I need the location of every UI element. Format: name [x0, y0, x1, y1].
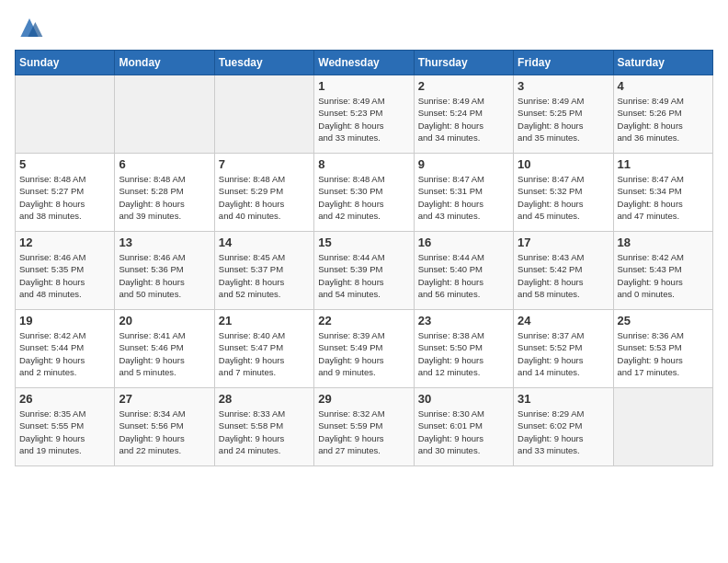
- day-info: Sunrise: 8:47 AM Sunset: 5:32 PM Dayligh…: [518, 173, 609, 222]
- day-info: Sunrise: 8:39 AM Sunset: 5:49 PM Dayligh…: [318, 329, 409, 378]
- day-info: Sunrise: 8:29 AM Sunset: 6:02 PM Dayligh…: [518, 408, 609, 456]
- calendar-cell: 14Sunrise: 8:45 AM Sunset: 5:37 PM Dayli…: [214, 232, 313, 310]
- day-info: Sunrise: 8:36 AM Sunset: 5:53 PM Dayligh…: [618, 329, 709, 378]
- day-number: 20: [119, 314, 210, 327]
- calendar-cell: 19Sunrise: 8:42 AM Sunset: 5:44 PM Dayli…: [16, 310, 115, 388]
- calendar-cell: 7Sunrise: 8:48 AM Sunset: 5:29 PM Daylig…: [214, 154, 313, 232]
- day-info: Sunrise: 8:46 AM Sunset: 5:35 PM Dayligh…: [19, 251, 110, 300]
- header-day-sunday: Sunday: [16, 51, 115, 75]
- day-number: 10: [518, 157, 609, 171]
- calendar-cell: 13Sunrise: 8:46 AM Sunset: 5:36 PM Dayli…: [115, 232, 214, 310]
- day-number: 31: [518, 392, 609, 406]
- day-info: Sunrise: 8:48 AM Sunset: 5:27 PM Dayligh…: [19, 173, 110, 222]
- day-info: Sunrise: 8:32 AM Sunset: 5:59 PM Dayligh…: [318, 408, 409, 456]
- day-number: 25: [618, 314, 709, 327]
- calendar-cell: 30Sunrise: 8:30 AM Sunset: 6:01 PM Dayli…: [414, 388, 513, 466]
- day-number: 3: [518, 79, 609, 93]
- calendar-cell: 21Sunrise: 8:40 AM Sunset: 5:47 PM Dayli…: [214, 310, 313, 388]
- header-day-wednesday: Wednesday: [314, 51, 414, 75]
- day-info: Sunrise: 8:41 AM Sunset: 5:46 PM Dayligh…: [119, 329, 210, 378]
- day-info: Sunrise: 8:47 AM Sunset: 5:31 PM Dayligh…: [418, 173, 509, 222]
- day-number: 8: [318, 157, 409, 171]
- calendar-cell: 23Sunrise: 8:38 AM Sunset: 5:50 PM Dayli…: [414, 310, 513, 388]
- day-info: Sunrise: 8:42 AM Sunset: 5:44 PM Dayligh…: [19, 329, 110, 378]
- calendar-header-row: SundayMondayTuesdayWednesdayThursdayFrid…: [16, 51, 713, 75]
- header-day-monday: Monday: [115, 51, 214, 75]
- day-number: 30: [418, 392, 509, 406]
- day-number: 17: [518, 236, 609, 249]
- day-info: Sunrise: 8:35 AM Sunset: 5:55 PM Dayligh…: [19, 408, 110, 456]
- day-number: 26: [19, 392, 110, 406]
- day-number: 23: [418, 314, 509, 327]
- day-info: Sunrise: 8:45 AM Sunset: 5:37 PM Dayligh…: [219, 251, 310, 300]
- day-info: Sunrise: 8:48 AM Sunset: 5:28 PM Dayligh…: [119, 173, 210, 222]
- day-number: 24: [518, 314, 609, 327]
- calendar-cell: 27Sunrise: 8:34 AM Sunset: 5:56 PM Dayli…: [115, 388, 214, 466]
- day-info: Sunrise: 8:49 AM Sunset: 5:24 PM Dayligh…: [418, 95, 509, 144]
- day-info: Sunrise: 8:48 AM Sunset: 5:30 PM Dayligh…: [318, 173, 409, 222]
- calendar-cell: [613, 388, 712, 466]
- day-number: 18: [618, 236, 709, 249]
- calendar-cell: 20Sunrise: 8:41 AM Sunset: 5:46 PM Dayli…: [115, 310, 214, 388]
- day-number: 2: [418, 79, 509, 93]
- day-info: Sunrise: 8:46 AM Sunset: 5:36 PM Dayligh…: [119, 251, 210, 300]
- calendar-cell: 1Sunrise: 8:49 AM Sunset: 5:23 PM Daylig…: [314, 75, 414, 154]
- day-info: Sunrise: 8:33 AM Sunset: 5:58 PM Dayligh…: [219, 408, 310, 456]
- day-number: 13: [119, 236, 210, 249]
- calendar-cell: 2Sunrise: 8:49 AM Sunset: 5:24 PM Daylig…: [414, 75, 513, 154]
- day-info: Sunrise: 8:42 AM Sunset: 5:43 PM Dayligh…: [618, 251, 709, 300]
- header-day-friday: Friday: [514, 51, 613, 75]
- calendar-cell: 15Sunrise: 8:44 AM Sunset: 5:39 PM Dayli…: [314, 232, 414, 310]
- page-header: [15, 15, 713, 40]
- calendar-cell: 29Sunrise: 8:32 AM Sunset: 5:59 PM Dayli…: [314, 388, 414, 466]
- calendar-cell: 8Sunrise: 8:48 AM Sunset: 5:30 PM Daylig…: [314, 154, 414, 232]
- day-info: Sunrise: 8:40 AM Sunset: 5:47 PM Dayligh…: [219, 329, 310, 378]
- calendar-body: 1Sunrise: 8:49 AM Sunset: 5:23 PM Daylig…: [16, 75, 713, 466]
- day-info: Sunrise: 8:44 AM Sunset: 5:39 PM Dayligh…: [318, 251, 409, 300]
- logo: [15, 15, 48, 40]
- day-number: 22: [318, 314, 409, 327]
- day-number: 9: [418, 157, 509, 171]
- calendar-cell: 22Sunrise: 8:39 AM Sunset: 5:49 PM Dayli…: [314, 310, 414, 388]
- day-number: 19: [19, 314, 110, 327]
- day-number: 5: [19, 157, 110, 171]
- day-info: Sunrise: 8:47 AM Sunset: 5:34 PM Dayligh…: [618, 173, 709, 222]
- day-info: Sunrise: 8:30 AM Sunset: 6:01 PM Dayligh…: [418, 408, 509, 456]
- day-number: 4: [618, 79, 709, 93]
- calendar-cell: 11Sunrise: 8:47 AM Sunset: 5:34 PM Dayli…: [613, 154, 712, 232]
- day-number: 27: [119, 392, 210, 406]
- day-number: 11: [618, 157, 709, 171]
- day-info: Sunrise: 8:49 AM Sunset: 5:23 PM Dayligh…: [318, 95, 409, 144]
- day-number: 12: [19, 236, 110, 249]
- calendar-cell: 9Sunrise: 8:47 AM Sunset: 5:31 PM Daylig…: [414, 154, 513, 232]
- header-day-tuesday: Tuesday: [214, 51, 313, 75]
- calendar-cell: 10Sunrise: 8:47 AM Sunset: 5:32 PM Dayli…: [514, 154, 613, 232]
- calendar-week-1: 1Sunrise: 8:49 AM Sunset: 5:23 PM Daylig…: [16, 75, 713, 154]
- calendar-cell: 3Sunrise: 8:49 AM Sunset: 5:25 PM Daylig…: [514, 75, 613, 154]
- day-info: Sunrise: 8:44 AM Sunset: 5:40 PM Dayligh…: [418, 251, 509, 300]
- calendar-cell: [115, 75, 214, 154]
- calendar-table: SundayMondayTuesdayWednesdayThursdayFrid…: [15, 50, 713, 466]
- day-number: 29: [318, 392, 409, 406]
- day-info: Sunrise: 8:49 AM Sunset: 5:26 PM Dayligh…: [618, 95, 709, 144]
- day-info: Sunrise: 8:37 AM Sunset: 5:52 PM Dayligh…: [518, 329, 609, 378]
- calendar-cell: 28Sunrise: 8:33 AM Sunset: 5:58 PM Dayli…: [214, 388, 313, 466]
- calendar-cell: 24Sunrise: 8:37 AM Sunset: 5:52 PM Dayli…: [514, 310, 613, 388]
- header-day-saturday: Saturday: [613, 51, 712, 75]
- calendar-cell: 31Sunrise: 8:29 AM Sunset: 6:02 PM Dayli…: [514, 388, 613, 466]
- calendar-cell: [16, 75, 115, 154]
- logo-icon: [15, 15, 44, 40]
- calendar-cell: 18Sunrise: 8:42 AM Sunset: 5:43 PM Dayli…: [613, 232, 712, 310]
- calendar-cell: [214, 75, 313, 154]
- day-info: Sunrise: 8:34 AM Sunset: 5:56 PM Dayligh…: [119, 408, 210, 456]
- day-info: Sunrise: 8:43 AM Sunset: 5:42 PM Dayligh…: [518, 251, 609, 300]
- calendar-week-3: 12Sunrise: 8:46 AM Sunset: 5:35 PM Dayli…: [16, 232, 713, 310]
- day-number: 15: [318, 236, 409, 249]
- calendar-week-4: 19Sunrise: 8:42 AM Sunset: 5:44 PM Dayli…: [16, 310, 713, 388]
- calendar-cell: 12Sunrise: 8:46 AM Sunset: 5:35 PM Dayli…: [16, 232, 115, 310]
- day-number: 16: [418, 236, 509, 249]
- day-number: 14: [219, 236, 310, 249]
- header-day-thursday: Thursday: [414, 51, 513, 75]
- day-number: 1: [318, 79, 409, 93]
- day-info: Sunrise: 8:49 AM Sunset: 5:25 PM Dayligh…: [518, 95, 609, 144]
